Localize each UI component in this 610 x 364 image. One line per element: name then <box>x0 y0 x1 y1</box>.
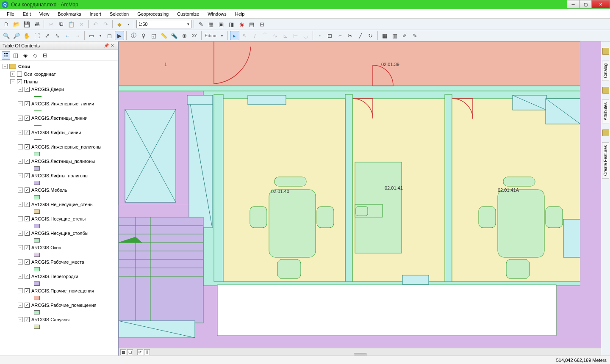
collapse-icon[interactable]: − <box>18 144 23 149</box>
sketch-properties-icon[interactable]: ▥ <box>390 31 399 40</box>
layer-checkbox[interactable]: ✓ <box>25 87 30 92</box>
collapse-icon[interactable]: − <box>18 245 23 250</box>
collapse-icon[interactable]: − <box>18 274 23 279</box>
right-angle-icon[interactable]: ⊾ <box>281 31 290 40</box>
goto-xy-icon[interactable]: XY <box>190 31 199 40</box>
select-features-icon[interactable]: ▭ <box>87 31 96 40</box>
layer-name[interactable]: ARCGIS.Инженерные_полигоны <box>31 144 101 149</box>
end-point-arc-icon[interactable]: ◡ <box>301 31 311 40</box>
zoom-in-icon[interactable]: 🔍 <box>2 31 11 40</box>
expand-icon[interactable]: + <box>10 72 15 77</box>
layer-checkbox[interactable]: ✓ <box>25 274 30 279</box>
edit-vertices-icon[interactable]: ⊡ <box>325 31 335 40</box>
rotate-icon[interactable]: ↻ <box>366 31 375 40</box>
cut-icon[interactable]: ✂ <box>46 19 55 29</box>
map-canvas[interactable]: 1 02.01.39 02.01.40 02.01.41 02.01.41А <box>119 41 610 348</box>
layer-name[interactable]: ARCGIS.Рабочие_места <box>31 259 84 265</box>
layer-checkbox[interactable]: ✓ <box>25 288 30 293</box>
arc-segment-icon[interactable]: ⌒ <box>261 31 270 40</box>
layer-name[interactable]: ARCGIS.Лестницы_полигоны <box>31 159 95 164</box>
layer-checkbox[interactable]: ✓ <box>25 173 30 178</box>
collapse-icon[interactable]: − <box>18 288 23 293</box>
layer-name[interactable]: ARCGIS.Окна <box>31 245 61 250</box>
layer-name[interactable]: ARCGIS.Рабочие_помещения <box>31 303 97 308</box>
attributes-tab[interactable]: Attributes <box>602 99 609 123</box>
list-by-drawing-order-icon[interactable]: ☷ <box>2 51 10 60</box>
toc-close-icon[interactable]: ✕ <box>109 43 115 48</box>
layer-name[interactable]: ARCGIS.Не_несущие_стены <box>31 202 94 207</box>
list-by-selection-icon[interactable]: ◇ <box>31 51 39 60</box>
midpoint-icon[interactable]: ⊢ <box>291 31 300 40</box>
table-window-icon[interactable]: ▦ <box>206 19 216 29</box>
refresh-icon[interactable]: ⟳ <box>137 349 143 355</box>
catalog-window-icon[interactable]: ▣ <box>216 19 226 29</box>
layer-checkbox[interactable]: ✓ <box>25 101 30 106</box>
split-tool-icon[interactable]: ╱ <box>356 31 365 40</box>
layer-name[interactable]: ARCGIS.Несущие_стены <box>31 216 86 221</box>
layout-view-icon[interactable]: ▢ <box>127 349 133 355</box>
layer-checkbox[interactable]: ✓ <box>25 159 30 164</box>
scrollbar-thumb[interactable] <box>354 353 366 356</box>
reshape-icon[interactable]: ⌐ <box>336 31 345 40</box>
chevron-down-icon[interactable]: ▾ <box>187 22 189 26</box>
data-frame-name[interactable]: Слои <box>18 64 30 69</box>
data-view-icon[interactable]: ▦ <box>120 349 126 355</box>
menu-customize[interactable]: Customize <box>173 10 203 18</box>
collapse-icon[interactable]: − <box>18 303 23 308</box>
layer-checkbox[interactable] <box>17 72 22 77</box>
layer-checkbox[interactable]: ✓ <box>25 130 30 135</box>
zoom-out-icon[interactable]: 🔎 <box>12 31 21 40</box>
menu-view[interactable]: View <box>35 10 54 18</box>
layer-name[interactable]: Планы <box>24 79 38 84</box>
layer-checkbox[interactable]: ✓ <box>25 116 30 121</box>
create-features-icon[interactable] <box>602 130 609 136</box>
search-window-icon[interactable]: ◨ <box>227 19 236 29</box>
maximize-button[interactable]: ▢ <box>579 0 592 8</box>
add-data-dropdown[interactable]: ▾ <box>125 22 132 26</box>
edit-sketch-icon[interactable]: ✎ <box>410 31 420 40</box>
arc-toolbox-icon[interactable]: ◉ <box>237 19 246 29</box>
menu-help[interactable]: Help <box>231 10 249 18</box>
minimize-button[interactable]: ─ <box>567 0 580 8</box>
layer-name[interactable]: ARCGIS.Перегородки <box>31 274 78 279</box>
collapse-icon[interactable]: − <box>18 216 23 221</box>
editor-menu-label[interactable]: Editor <box>204 33 218 38</box>
close-button[interactable]: ✕ <box>591 0 610 8</box>
collapse-icon[interactable]: − <box>18 159 23 164</box>
copy-icon[interactable]: ⧉ <box>56 19 66 29</box>
layer-name[interactable]: ARCGIS.Двери <box>31 87 64 92</box>
redo-icon[interactable]: ↷ <box>101 19 110 29</box>
undo-icon[interactable]: ↶ <box>91 19 100 29</box>
collapse-icon[interactable]: − <box>18 173 23 178</box>
model-builder-icon[interactable]: ⊞ <box>257 19 266 29</box>
list-by-source-icon[interactable]: ◫ <box>11 51 20 60</box>
point-icon[interactable]: • <box>315 31 324 40</box>
layer-name[interactable]: ARCGIS.Несущие_столбы <box>31 231 89 236</box>
collapse-icon[interactable]: − <box>10 79 15 84</box>
layer-checkbox[interactable]: ✓ <box>25 144 30 149</box>
catalog-tab[interactable]: Catalog <box>602 61 609 81</box>
map-scale-input[interactable]: 1:50 ▾ <box>136 20 191 28</box>
layer-name[interactable]: ARCGIS.Инженерные_линии <box>31 101 94 106</box>
layer-name[interactable]: ARCGIS.Лифты_полигоны <box>31 173 89 178</box>
layer-name[interactable]: ARCGIS.Санузлы <box>31 317 69 322</box>
layer-name[interactable]: ARCGIS.Прочие_помещения <box>31 288 94 293</box>
editor-dropdown[interactable]: ▾ <box>219 34 225 38</box>
python-window-icon[interactable]: ▤ <box>247 19 256 29</box>
menu-geoprocessing[interactable]: Geoprocessing <box>133 10 173 18</box>
create-features-icon[interactable]: ✐ <box>400 31 410 40</box>
select-elements-icon[interactable]: ▶ <box>115 31 124 40</box>
trace-icon[interactable]: ∿ <box>271 31 280 40</box>
collapse-icon[interactable]: − <box>18 188 23 193</box>
straight-segment-icon[interactable]: / <box>250 31 260 40</box>
delete-icon[interactable]: ✕ <box>77 19 86 29</box>
save-icon[interactable]: 💾 <box>22 19 31 29</box>
menu-selection[interactable]: Selection <box>105 10 133 18</box>
attributes-window-icon[interactable]: ▦ <box>380 31 389 40</box>
layer-checkbox[interactable]: ✓ <box>25 216 30 221</box>
collapse-icon[interactable]: − <box>18 259 23 265</box>
pan-icon[interactable]: ✋ <box>22 31 31 40</box>
collapse-icon[interactable]: − <box>18 130 23 135</box>
pause-drawing-icon[interactable]: ‖ <box>144 349 150 355</box>
add-data-icon[interactable]: ◆ <box>115 19 124 29</box>
